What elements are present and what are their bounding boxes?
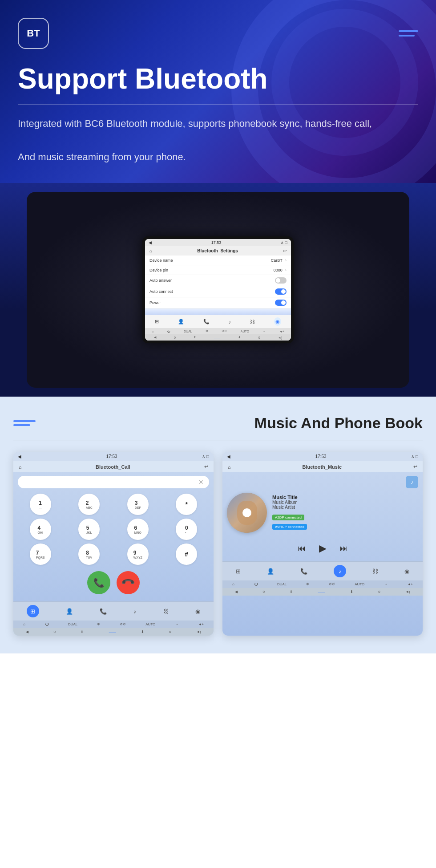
call-arrow-down[interactable]: ⬇ [141, 630, 144, 634]
music-arrow-down[interactable]: ⬇ [350, 590, 353, 594]
key-hash[interactable]: # [176, 544, 197, 565]
call-nav-grid[interactable]: ⊞ [27, 605, 39, 617]
hangup-button[interactable]: 📞 [112, 566, 145, 599]
call-search-clear[interactable]: ✕ [198, 479, 204, 486]
menu-button[interactable] [399, 30, 418, 37]
key-star[interactable]: * [176, 494, 197, 515]
slider[interactable]: —— [214, 336, 220, 339]
music-controls: ⏮ ▶ ⏭ [227, 539, 418, 558]
music-arrow-up[interactable]: ⬆ [290, 590, 293, 594]
music-temp-0-2: 0 [378, 590, 380, 594]
bt-logo: BT [18, 18, 49, 49]
play-btn[interactable]: ▶ [319, 543, 327, 554]
call-vol[interactable]: ◄) [196, 630, 201, 634]
call-action-buttons: 📞 📞 [18, 571, 209, 594]
nav-grid-icon[interactable]: ⊞ [155, 319, 159, 324]
nav-music-icon[interactable]: ♪ [229, 319, 231, 324]
music-ac-sync[interactable]: ↺↺ [329, 582, 335, 586]
call-ac-vol[interactable]: ◄+ [198, 622, 204, 626]
ac-sync[interactable]: ↺↺ [222, 329, 227, 333]
key-5[interactable]: 5JKL [78, 519, 100, 540]
prev-btn[interactable]: ⏮ [298, 544, 306, 553]
back-btn[interactable]: ◀ [149, 240, 152, 245]
key-4[interactable]: 4GHI [30, 519, 51, 540]
arrow-down[interactable]: ⬇ [238, 336, 241, 339]
nav-phone-icon[interactable]: 📞 [203, 319, 210, 324]
music-playlist-btn[interactable]: ♪ [406, 476, 418, 488]
music-nav-music[interactable]: ♪ [334, 565, 346, 577]
call-ac-bar: ⌂ ⏻ DUAL ❄ ↺↺ AUTO → ◄+ [13, 621, 214, 628]
vol-icon[interactable]: ◄) [278, 336, 282, 339]
bottom-menu-icon[interactable] [13, 420, 36, 426]
music-home-icon[interactable]: ⌂ [228, 464, 231, 470]
nav-bt-icon[interactable]: ◉ [274, 317, 281, 326]
call-back-btn[interactable]: ◀ [18, 454, 21, 459]
arrow-up[interactable]: ⬆ [194, 336, 196, 339]
call-nav-eye[interactable]: ◉ [195, 608, 200, 615]
call-slider[interactable]: —— [109, 630, 116, 634]
call-nav-music[interactable]: ♪ [133, 608, 137, 615]
music-title-text: Music Title [272, 495, 418, 500]
key-0[interactable]: 0• [176, 519, 197, 540]
call-nav-link[interactable]: ⛓ [163, 608, 169, 615]
music-ac-vol[interactable]: ◄+ [407, 582, 413, 586]
music-ac-dual: DUAL [277, 582, 287, 586]
music-slider[interactable]: —— [318, 590, 325, 594]
music-ac-home[interactable]: ⌂ [232, 582, 234, 586]
arrow-back[interactable]: ◀ [154, 336, 156, 339]
music-nav-eye[interactable]: ◉ [404, 568, 409, 575]
music-nav-grid[interactable]: ⊞ [236, 568, 241, 575]
call-back-nav[interactable]: ↩ [204, 464, 208, 470]
next-btn[interactable]: ⏭ [340, 544, 348, 553]
music-album-text: Music Album [272, 500, 418, 505]
music-nav-phone[interactable]: 📞 [300, 568, 307, 575]
key-8[interactable]: 8TUV [78, 544, 100, 565]
call-arrow-back[interactable]: ◀ [26, 630, 28, 634]
music-ac-fan[interactable]: ❄ [306, 582, 309, 586]
music-nav-user[interactable]: 👤 [267, 568, 274, 575]
key-9[interactable]: 9WXYZ [127, 544, 149, 565]
hero-section: BT Support Bluetooth Integrated with BC6… [0, 0, 436, 183]
call-nav-user[interactable]: 👤 [66, 608, 73, 615]
music-arrow-back[interactable]: ◀ [235, 590, 238, 594]
nav-user-icon[interactable]: 👤 [178, 319, 184, 324]
ac-home[interactable]: ⌂ [152, 330, 153, 333]
key-1[interactable]: 1— [30, 494, 51, 515]
back-nav-icon[interactable]: ↩ [283, 248, 287, 253]
call-nav-phone[interactable]: 📞 [100, 608, 107, 615]
key-3[interactable]: 3DEF [127, 494, 149, 515]
call-arrow-up[interactable]: ⬆ [81, 630, 84, 634]
music-temp-0: 0 [263, 590, 265, 594]
power-toggle[interactable] [275, 300, 287, 306]
key-6[interactable]: 6MNO [127, 519, 149, 540]
music-back-btn[interactable]: ◀ [227, 454, 230, 459]
home-icon[interactable]: ⌂ [149, 248, 152, 253]
call-button[interactable]: 📞 [87, 571, 110, 594]
call-ac-power[interactable]: ⏻ [45, 622, 48, 626]
car-dashboard: ◀ 17:53 ∧ □ ⌂ Bluetooth_Settings ↩ Devic… [27, 192, 409, 388]
music-nav-link[interactable]: ⛓ [372, 568, 378, 575]
music-back-nav[interactable]: ↩ [413, 464, 417, 470]
call-ac-sync[interactable]: ↺↺ [120, 622, 126, 626]
call-ac-home[interactable]: ⌂ [23, 622, 25, 626]
call-arrow-bar: ◀ 0 ⬆ —— ⬇ 0 ◄) [13, 628, 214, 636]
auto-connect-toggle[interactable] [275, 288, 287, 295]
music-nav: ⌂ Bluetooth_Music ↩ [222, 461, 423, 472]
car-background: ◀ 17:53 ∧ □ ⌂ Bluetooth_Settings ↩ Devic… [0, 183, 436, 397]
nav-link-icon[interactable]: ⛓ [250, 319, 255, 324]
music-vol[interactable]: ◄) [405, 590, 410, 594]
call-ac-fan[interactable]: ❄ [97, 622, 100, 626]
device-pin-row[interactable]: Device pin 0000 › [145, 265, 291, 275]
auto-answer-toggle[interactable] [275, 277, 287, 284]
key-2[interactable]: 2ABC [78, 494, 100, 515]
ac-arrow: → [262, 330, 266, 333]
ac-fan[interactable]: ❄ [206, 329, 208, 333]
call-temp-0-2: 0 [169, 630, 171, 634]
music-ac-power[interactable]: ⏻ [254, 582, 258, 586]
ac-power[interactable]: ⏻ [167, 330, 170, 333]
ac-vol[interactable]: ◄+ [279, 330, 284, 333]
call-home-icon[interactable]: ⌂ [19, 464, 22, 470]
key-7[interactable]: 7PQRS [30, 544, 51, 565]
music-ac-arrow: → [384, 582, 388, 586]
device-name-row[interactable]: Device name CarBT › [145, 256, 291, 265]
